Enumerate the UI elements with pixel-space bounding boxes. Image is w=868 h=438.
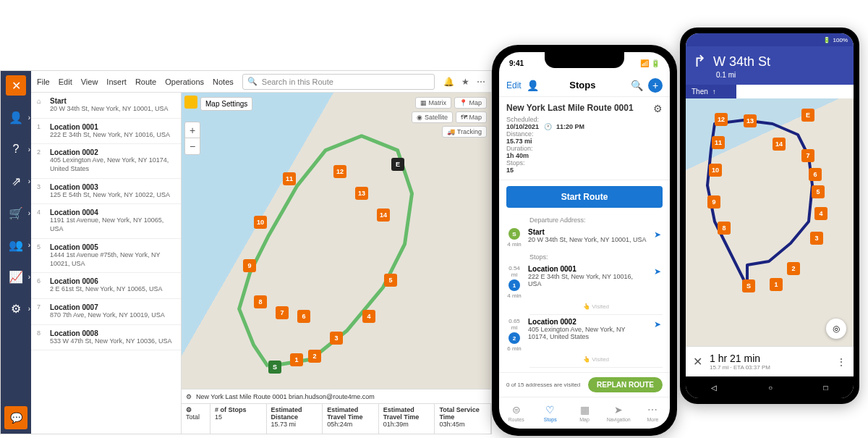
stop-row[interactable]: 6 Location 0006 2 E 61st St, New York, N… (31, 273, 181, 299)
edit-button[interactable]: Edit (506, 80, 522, 90)
map-marker[interactable]: 3 (330, 332, 343, 345)
map-marker[interactable]: 8 (254, 295, 267, 308)
map-marker[interactable]: 13 (355, 187, 368, 200)
search-icon[interactable]: 🔍 (629, 78, 644, 93)
menu-route[interactable]: Route (135, 77, 156, 86)
stop-row[interactable]: 7 Location 0007 870 7th Ave, New York, N… (31, 299, 181, 325)
zoom-out-button[interactable]: − (185, 138, 200, 154)
map-marker-start[interactable]: S (268, 361, 281, 374)
nav-map-marker[interactable]: 6 (809, 168, 822, 181)
nav-map-marker[interactable]: 7 (801, 149, 814, 162)
star-icon[interactable]: ★ (461, 77, 469, 87)
bell-icon[interactable]: 🔔 (443, 77, 454, 87)
replan-route-button[interactable]: REPLAN ROUTE (588, 377, 663, 392)
map-marker[interactable]: 7 (276, 306, 289, 319)
map-marker[interactable]: 5 (384, 274, 397, 287)
tab-routes[interactable]: ⊜ Routes (499, 397, 533, 429)
sidebar-analytics-icon[interactable]: 📈 (6, 266, 26, 287)
nav-map-marker[interactable]: 2 (787, 262, 800, 275)
map-marker[interactable]: 4 (362, 310, 375, 323)
map-pane[interactable]: Map Settings + − ▦ Matrix 📍 Map ◉ Satell… (182, 93, 491, 434)
navigate-icon[interactable]: ➤ (651, 228, 664, 241)
menu-operations[interactable]: Operations (165, 77, 204, 86)
nav-map-marker[interactable]: E (801, 109, 814, 122)
sidebar-activity-icon[interactable]: ⇗ (6, 171, 26, 191)
ios-stop-row[interactable]: S4 min Start20 W 34th St, New York, NY 1… (499, 225, 670, 250)
close-navigation-button[interactable]: ✕ (693, 355, 702, 368)
sidebar-help-icon[interactable]: ? (6, 139, 26, 159)
nav-map-marker[interactable]: 12 (715, 113, 728, 126)
stops-list-pane[interactable]: ⌂ Start 20 W 34th St, New York, NY 10001… (31, 93, 182, 434)
route-settings-icon[interactable]: ⚙ (653, 103, 663, 114)
visited-label[interactable]: 👆 Visited (529, 302, 663, 315)
menu-insert[interactable]: Insert (106, 77, 127, 86)
map-marker[interactable]: 14 (377, 209, 390, 222)
android-home-icon[interactable]: ○ (768, 384, 773, 392)
nav-more-icon[interactable]: ⋮ (836, 356, 846, 368)
menu-edit[interactable]: Edit (59, 77, 72, 86)
sidebar-chat-icon[interactable]: 💬 (4, 406, 27, 429)
tab-map[interactable]: ▦ Map (567, 397, 601, 429)
map-type-button[interactable]: 🗺 Map (456, 111, 487, 123)
nav-map-marker[interactable]: 8 (718, 222, 731, 235)
tab-navigation[interactable]: ➤ Navigation (602, 397, 636, 429)
sidebar-add-user-icon[interactable]: 👤 (6, 107, 26, 127)
sidebar-user-settings-icon[interactable]: ⚙ (6, 298, 26, 319)
start-route-button[interactable]: Start Route (506, 186, 663, 208)
stop-row[interactable]: 3 Location 0003 125 E 54th St, New York,… (31, 179, 181, 205)
nav-map-marker[interactable]: 14 (773, 138, 786, 151)
zoom-in-button[interactable]: + (185, 122, 200, 138)
sidebar-team-icon[interactable]: 👥 (6, 235, 26, 255)
nav-map-marker[interactable]: 11 (712, 136, 725, 149)
map-settings-button[interactable]: Map Settings (200, 97, 252, 111)
nav-map-marker[interactable]: 3 (810, 232, 823, 245)
map-marker[interactable]: 12 (333, 165, 346, 178)
stop-row[interactable]: 8 Location 0008 533 W 47th St, New York,… (31, 325, 181, 351)
ios-stop-row[interactable]: 0.65 mi26 min Location 0002405 Lexington… (499, 315, 670, 355)
map-marker[interactable]: 6 (297, 310, 310, 323)
map-button[interactable]: 📍 Map (454, 97, 487, 109)
android-back-icon[interactable]: ◁ (711, 384, 717, 392)
add-button[interactable]: + (648, 78, 663, 93)
ios-stop-row[interactable]: 0.54 mi14 min Location 0001222 E 34th St… (499, 262, 670, 302)
nav-map-marker[interactable]: 9 (707, 195, 720, 209)
map-marker[interactable]: 11 (283, 172, 296, 185)
app-logo[interactable]: ✕ (6, 75, 26, 96)
visited-label[interactable]: 👆 Visited (529, 355, 663, 368)
menu-view[interactable]: View (81, 77, 98, 86)
map-marker[interactable]: 10 (254, 216, 267, 229)
navigate-icon[interactable]: ➤ (651, 265, 664, 278)
sidebar-cart-icon[interactable]: 🛒 (6, 203, 26, 223)
more-icon[interactable]: ⋯ (477, 77, 485, 87)
tracking-button[interactable]: 🚚 Tracking (442, 126, 487, 138)
nav-map-marker[interactable]: 1 (770, 278, 783, 291)
nav-map-marker[interactable]: 10 (709, 164, 722, 177)
nav-map-marker[interactable]: 4 (814, 207, 827, 220)
menu-notes[interactable]: Notes (213, 77, 234, 86)
navigate-icon[interactable]: ➤ (651, 318, 664, 331)
navigation-map[interactable]: ◎ 1213E111076543981421S (686, 98, 854, 346)
nav-map-marker[interactable]: S (742, 279, 755, 292)
pegman-icon[interactable] (184, 96, 197, 109)
stop-row[interactable]: ⌂ Start 20 W 34th St, New York, NY 10001… (31, 93, 181, 119)
stop-row[interactable]: 1 Location 0001 222 E 34th St, New York,… (31, 119, 181, 145)
stop-row[interactable]: 5 Location 0005 1444 1st Avenue #75th, N… (31, 239, 181, 273)
map-marker[interactable]: 2 (308, 350, 321, 363)
map-marker[interactable]: 9 (243, 259, 256, 272)
tab-more[interactable]: ⋯ More (636, 397, 670, 429)
nav-map-marker[interactable]: 13 (744, 114, 757, 127)
map-marker-end[interactable]: E (391, 158, 404, 171)
matrix-button[interactable]: ▦ Matrix (415, 97, 451, 109)
search-input[interactable]: 🔍 Search in this Route (242, 74, 435, 90)
nav-map-marker[interactable]: 5 (812, 185, 825, 198)
android-recent-icon[interactable]: □ (824, 384, 828, 392)
gear-icon[interactable]: ⚙ (186, 393, 192, 400)
recenter-button[interactable]: ◎ (826, 319, 846, 339)
tab-stops[interactable]: ♡ Stops (533, 397, 567, 429)
stop-row[interactable]: 2 Location 0002 405 Lexington Ave, New Y… (31, 144, 181, 178)
satellite-button[interactable]: ◉ Satellite (412, 111, 453, 123)
map-marker[interactable]: 1 (290, 353, 303, 366)
ios-stops-list[interactable]: Departure Address: S4 min Start20 W 34th… (499, 214, 670, 372)
stop-row[interactable]: 4 Location 0004 1191 1st Avenue, New Yor… (31, 204, 181, 238)
menu-file[interactable]: File (37, 77, 50, 86)
